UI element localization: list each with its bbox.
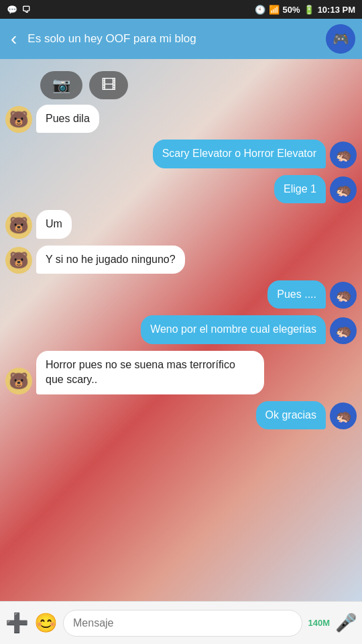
table-row: 🦔 Pues ....: [5, 280, 357, 309]
status-left: 💬 🗨: [7, 5, 30, 15]
avatar-image: 🎮: [333, 31, 349, 47]
table-row: 🦔 Ok gracias: [5, 401, 357, 429]
video-icon: 🎞: [101, 76, 116, 94]
message-bubble: Pues ....: [267, 280, 326, 309]
message-text: Y si no he jugado ninguno?: [46, 254, 176, 265]
chat-background: 📷 🎞 🐻 Pues dila 🦔 Scary Elevator o Horro…: [0, 59, 362, 601]
microphone-button[interactable]: 🎤: [335, 612, 357, 633]
message-text: Pues ....: [277, 288, 316, 300]
table-row: 🦔 Weno por el nombre cual elegerias: [5, 315, 357, 343]
header-avatar[interactable]: 🎮: [326, 24, 355, 54]
table-row: 🐻 Horror pues no se suena mas terrorífic…: [5, 351, 357, 394]
table-row: 🐻 Um: [5, 210, 357, 238]
message-bubble: Weno por el nombre cual elegerias: [141, 315, 326, 343]
char-count-label: 140M: [308, 618, 330, 628]
messages-list: 🐻 Pues dila 🦔 Scary Elevator o Horror El…: [0, 105, 362, 429]
message-bubble: Pues dila: [36, 105, 99, 133]
header-title: Es solo un hey OOF para mi blog: [27, 32, 319, 46]
add-button[interactable]: ➕: [5, 612, 29, 634]
message-text: Weno por el nombre cual elegerias: [150, 323, 316, 335]
media-buttons-row: 📷 🎞: [0, 66, 362, 105]
avatar: 🐻: [5, 106, 32, 133]
table-row: 🐻 Y si no he jugado ninguno?: [5, 246, 357, 274]
avatar: 🦔: [330, 317, 357, 344]
avatar: 🦔: [330, 176, 357, 203]
message-bubble: Ok gracias: [256, 401, 326, 429]
time-label: 10:13 PM: [318, 5, 355, 15]
message-text: Elige 1: [284, 183, 316, 195]
status-right: 🕙 📶 50% 🔋 10:13 PM: [255, 5, 355, 15]
avatar: 🦔: [330, 282, 357, 309]
chat-icon: 🗨: [21, 5, 30, 15]
message-bubble: Y si no he jugado ninguno?: [36, 246, 185, 274]
message-input-bar: ➕ 😊 140M 🎤: [0, 601, 362, 644]
chat-header: ‹ Es solo un hey OOF para mi blog 🎮: [0, 19, 362, 59]
table-row: 🦔 Elige 1: [5, 175, 357, 203]
status-bar: 💬 🗨 🕙 📶 50% 🔋 10:13 PM: [0, 0, 362, 19]
whatsapp-icon: 💬: [7, 5, 17, 15]
avatar: 🐻: [5, 368, 32, 394]
message-text: Scary Elevator o Horror Elevator: [162, 148, 316, 159]
message-input[interactable]: [63, 610, 302, 637]
message-text: Horror pues no se suena mas terrorífico …: [46, 359, 235, 385]
avatar: 🐻: [5, 247, 32, 274]
battery-icon: 🔋: [304, 5, 314, 15]
message-text: Um: [46, 218, 62, 229]
camera-button[interactable]: 📷: [40, 71, 82, 99]
avatar: 🦔: [330, 402, 357, 429]
camera-icon: 📷: [52, 76, 70, 94]
table-row: 🦔 Scary Elevator o Horror Elevator: [5, 140, 357, 168]
table-row: 🐻 Pues dila: [5, 105, 357, 133]
message-bubble: Scary Elevator o Horror Elevator: [153, 140, 326, 168]
avatar: 🦔: [330, 142, 357, 168]
back-button[interactable]: ‹: [7, 28, 21, 50]
emoji-button[interactable]: 😊: [34, 612, 58, 634]
wifi-icon: 📶: [269, 5, 280, 15]
video-button[interactable]: 🎞: [89, 71, 128, 99]
message-text: Ok gracias: [265, 409, 316, 421]
clock-icon: 🕙: [255, 5, 265, 15]
message-bubble: Elige 1: [274, 175, 326, 203]
avatar: 🐻: [5, 212, 32, 239]
message-bubble: Horror pues no se suena mas terrorífico …: [36, 351, 264, 394]
message-text: Pues dila: [46, 113, 90, 124]
battery-label: 50%: [283, 5, 300, 15]
message-bubble: Um: [36, 210, 72, 238]
